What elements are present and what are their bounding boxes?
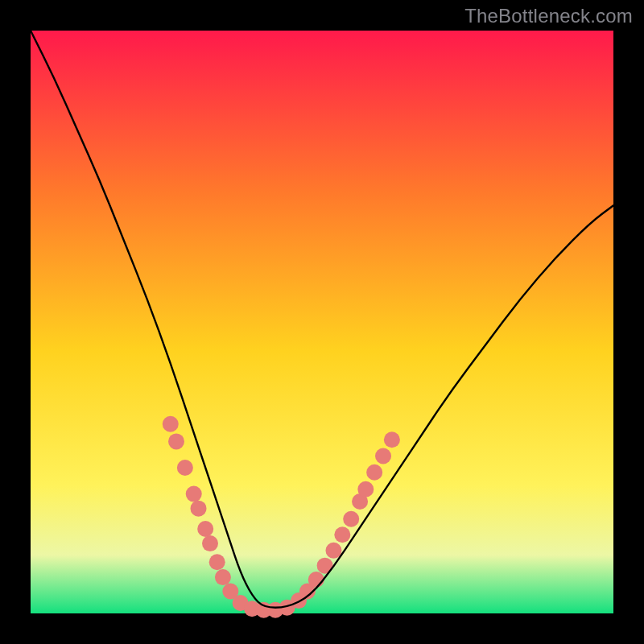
bottleneck-chart: [0, 0, 644, 644]
plot-background: [31, 31, 613, 613]
highlight-dot: [168, 433, 184, 449]
highlight-dot: [366, 464, 382, 481]
highlight-dot: [197, 521, 213, 537]
highlight-dot: [215, 569, 231, 585]
highlight-dot: [177, 460, 193, 476]
highlight-dot: [308, 572, 324, 588]
highlight-dot: [325, 543, 341, 559]
watermark-text: TheBottleneck.com: [464, 5, 633, 27]
highlight-dot: [384, 431, 400, 448]
highlight-dot: [186, 486, 202, 502]
highlight-dot: [191, 501, 207, 517]
highlight-dot: [343, 511, 359, 527]
highlight-dot: [334, 526, 350, 543]
highlight-dot: [209, 554, 225, 570]
chart-stage: TheBottleneck.com: [0, 0, 644, 644]
highlight-dot: [375, 448, 391, 464]
highlight-dot: [163, 416, 179, 432]
highlight-dot: [357, 481, 374, 497]
highlight-dot: [202, 535, 218, 551]
